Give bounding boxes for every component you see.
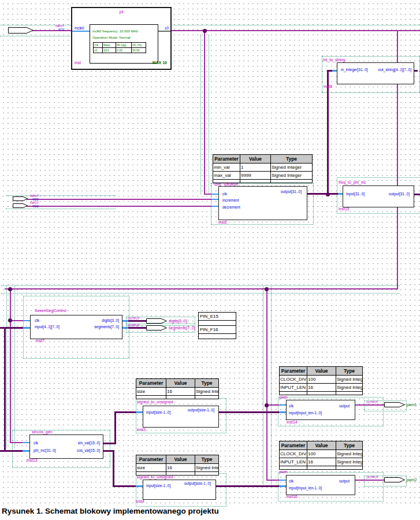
table-cell: 9999 (240, 172, 271, 180)
input-pin-decrement[interactable] (13, 203, 28, 208)
port-clk: clk (35, 319, 39, 323)
bus-uv-output[interactable] (306, 193, 338, 195)
wire-pwm-clk-drop[interactable] (266, 288, 267, 481)
table-cell: Clk (94, 43, 103, 48)
table-header: Value (240, 155, 271, 164)
wire-sincos-clk[interactable] (10, 442, 23, 443)
port-input: input[4..1][7..0] (35, 325, 60, 329)
port-cos-val: cos_val[15..0] (77, 449, 100, 453)
bus-s2u-b-to-pwm2[interactable] (215, 485, 279, 487)
input-pin-clock[interactable] (8, 27, 34, 34)
wire-pwm2-out[interactable] (354, 480, 384, 481)
bus-sevenseg-in[interactable] (0, 327, 23, 329)
wire-c0-drop[interactable] (204, 30, 205, 195)
table-cell (136, 396, 166, 399)
block-sincos[interactable]: clk phi_inc[31..0] sin_val[15..0] cos_va… (29, 434, 103, 459)
table-cell: 1 (240, 164, 271, 172)
wire-c0-horizontal[interactable] (169, 30, 420, 31)
wire-clk-distribution[interactable] (5, 288, 397, 289)
block-title: pll (72, 10, 170, 14)
instance-label: inst14 (287, 420, 298, 424)
net-select-dash (200, 35, 201, 194)
device-label: MAX 10 (153, 61, 167, 65)
wire-pwm2-clk[interactable] (266, 480, 279, 481)
table-header: Parameter (136, 455, 166, 464)
port-out-string: out_string[4..1][7..0] (378, 68, 411, 72)
schematic-canvas: pll inclk0 c0 inclk0 frequency: 10.000 M… (0, 0, 420, 520)
net-select-dash (6, 285, 7, 448)
table-header: Type (271, 155, 313, 164)
table-cell (195, 472, 219, 476)
wire-pwm1-out[interactable] (354, 404, 384, 406)
table-header: Parameter (280, 367, 307, 376)
pin-name-digits: digits[3..0] (169, 319, 187, 323)
junction-dot (8, 287, 12, 291)
table-header: Type (336, 441, 363, 450)
port-increment: increment (222, 199, 239, 203)
pll-frequency-text: inclk0 frequency: 10.000 MHz (92, 29, 138, 33)
table-header: Type (336, 367, 363, 376)
pin-name-pwm2: pwm2 (407, 478, 417, 482)
bus-to-int-to-string[interactable] (327, 70, 329, 194)
block-pwm2[interactable]: clk input[input_len-1..0] output (286, 475, 355, 495)
bus-sin-c[interactable] (114, 411, 136, 413)
input-pin-increment[interactable] (13, 196, 28, 201)
output-pin-pwm2[interactable] (384, 477, 405, 482)
bus-phi-inc[interactable] (0, 450, 23, 452)
net-select-dash (263, 285, 263, 485)
table-cell: Signed Integer (336, 450, 363, 458)
block-s2u-b[interactable]: input[size-1..0] output[size-1..0] (143, 480, 216, 500)
pin-assignment-empty (199, 334, 236, 339)
bus-left-edge[interactable] (4, 327, 6, 451)
stub-freq-in (338, 193, 343, 195)
table-cell (271, 180, 313, 183)
bus-s2u-a-to-pwm1[interactable] (218, 411, 279, 413)
pin-name-segments: segments[7..0] (169, 326, 195, 330)
wire-increment[interactable] (27, 199, 211, 200)
block-pll[interactable]: pll inclk0 c0 inclk0 frequency: 10.000 M… (71, 7, 172, 70)
wire-decrement[interactable] (27, 206, 211, 207)
block-freq-to-phi-inc[interactable]: input[31..0] output[31..0] (343, 185, 414, 207)
pin-assignment-f16: PIN_F16 (198, 325, 236, 339)
bus-sin-a[interactable] (102, 443, 116, 444)
port-input: input[size-1..0] (146, 411, 170, 415)
block-int-to-string[interactable]: in_integer[31..0] out_string[4..1][7..0] (337, 62, 414, 84)
output-pin-segments[interactable] (146, 325, 167, 330)
block-s2u-a[interactable]: input[size-1..0] output[size-1..0] (143, 406, 219, 428)
wire-clk-left-drop[interactable] (10, 288, 11, 443)
stub-sincos-clk (23, 442, 29, 443)
port-output: output[size-1..0] (184, 482, 211, 486)
bus-digits[interactable] (128, 320, 146, 322)
port-output: output[size-1..0] (188, 408, 214, 413)
block-sevenseg[interactable]: clk input[4..1][7..0] digits[3..0] segme… (30, 315, 122, 339)
table-cell: Signed Integer (271, 172, 313, 180)
instance-label: inst3 (137, 428, 146, 432)
port-digits: digits[3..0] (102, 319, 119, 323)
port-in-integer: in_integer[31..0] (341, 68, 368, 72)
bus-sin-b[interactable] (114, 411, 116, 444)
parameter-table-s2u-b: ParameterValueType size16Signed Integer (136, 455, 218, 476)
port-clk: clk (289, 404, 293, 408)
pin-type-label: OUTPUT (366, 401, 378, 404)
pin-type-label: OUTPUT (128, 324, 140, 327)
block-title: signed_to_unsigned (137, 400, 173, 404)
port-output: output (339, 404, 350, 408)
bus-cos-b[interactable] (113, 450, 114, 487)
wire-clkin-to-pll[interactable] (32, 30, 71, 31)
junction-dot (8, 318, 12, 322)
instance-label: inst16 (287, 495, 298, 499)
pin-level-label: VCC (32, 205, 39, 208)
output-pin-pwm1[interactable] (384, 402, 405, 407)
stub-s2u-b-in (136, 485, 143, 487)
bus-cos-c[interactable] (113, 485, 136, 487)
wire-uv-clk[interactable] (204, 194, 211, 195)
output-pin-digits[interactable] (146, 318, 167, 324)
block-user-variable[interactable]: clk increment decrement output[31..0] (218, 186, 307, 220)
bus-int-in[interactable] (327, 70, 332, 72)
instance-label: inst15 (339, 207, 350, 211)
port-phi-inc: phi_inc[31..0] (34, 449, 56, 453)
port-input: input[size-1..0] (146, 484, 170, 488)
block-pwm1[interactable]: clk input[input_len-1..0] output (286, 400, 355, 420)
port-clk: clk (222, 192, 227, 196)
bus-segments[interactable] (128, 327, 146, 329)
